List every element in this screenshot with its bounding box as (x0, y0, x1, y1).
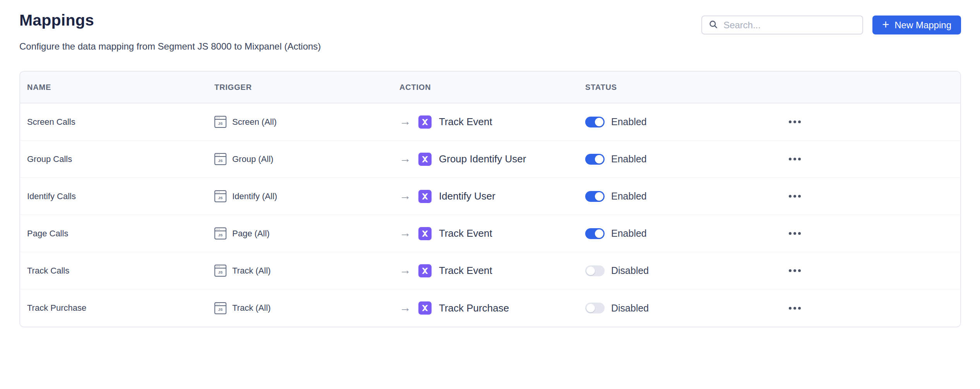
top-bar: Mappings Configure the data mapping from… (19, 11, 961, 52)
mixpanel-icon (418, 301, 432, 315)
status-toggle[interactable] (585, 191, 605, 202)
trigger-label: Screen (All) (232, 117, 277, 127)
column-header-status: Status (585, 83, 786, 92)
trigger-cell: JS Screen (All) (214, 116, 399, 128)
segment-js-source-icon: JS (214, 227, 226, 239)
table-row[interactable]: Group Calls JS Group (All) → Group Ident… (20, 141, 960, 178)
window-bar (215, 265, 226, 269)
mixpanel-icon (418, 264, 432, 277)
mapping-name: Track Purchase (27, 303, 214, 313)
status-label: Enabled (611, 153, 647, 165)
menu-cell (786, 193, 960, 200)
arrow-right-icon: → (399, 115, 411, 127)
page-subtitle: Configure the data mapping from Segment … (19, 40, 321, 52)
segment-js-source-icon: JS (214, 302, 226, 314)
status-toggle[interactable] (585, 117, 605, 127)
toolbar: + New Mapping (701, 11, 961, 34)
toggle-knob (586, 304, 595, 312)
arrow-right-icon: → (399, 227, 411, 239)
row-menu-button[interactable] (786, 118, 803, 126)
segment-js-source-icon: JS (214, 265, 226, 277)
mapping-name: Screen Calls (27, 117, 214, 127)
trigger-cell: JS Group (All) (214, 153, 399, 165)
action-label: Track Event (439, 227, 492, 239)
segment-js-source-icon: JS (214, 153, 226, 165)
action-cell: → Track Event (399, 264, 585, 277)
mappings-table: Name Trigger Action Status Screen Calls … (19, 71, 961, 327)
js-label: JS (215, 120, 226, 127)
action-label: Track Event (439, 265, 492, 277)
mapping-name: Page Calls (27, 229, 214, 239)
trigger-label: Track (All) (232, 303, 271, 313)
segment-js-source-icon: JS (214, 116, 226, 128)
row-menu-button[interactable] (786, 230, 803, 237)
toggle-knob (595, 229, 603, 238)
status-cell: Enabled (585, 191, 786, 202)
window-bar (215, 191, 226, 194)
js-label: JS (215, 306, 226, 313)
action-cell: → Track Event (399, 227, 585, 240)
column-header-trigger: Trigger (214, 83, 399, 92)
status-toggle[interactable] (585, 154, 605, 165)
toggle-knob (586, 267, 595, 275)
mixpanel-icon (418, 153, 432, 166)
action-label: Group Identify User (439, 153, 526, 165)
menu-cell (786, 305, 960, 312)
toggle-knob (595, 192, 603, 201)
menu-cell (786, 155, 960, 163)
status-toggle[interactable] (585, 265, 605, 276)
search-input[interactable] (723, 20, 856, 31)
new-mapping-label: New Mapping (894, 20, 951, 31)
trigger-label: Page (All) (232, 229, 270, 239)
plus-icon: + (882, 19, 889, 31)
mapping-name: Group Calls (27, 154, 214, 164)
row-menu-button[interactable] (786, 267, 803, 274)
trigger-label: Identify (All) (232, 191, 277, 201)
trigger-cell: JS Track (All) (214, 302, 399, 314)
table-row[interactable]: Track Purchase JS Track (All) → Track Pu… (20, 289, 960, 327)
status-toggle[interactable] (585, 228, 605, 239)
table-row[interactable]: Identify Calls JS Identify (All) → Ident… (20, 178, 960, 215)
status-label: Enabled (611, 191, 647, 202)
js-label: JS (215, 231, 226, 239)
trigger-cell: JS Track (All) (214, 265, 399, 277)
mappings-page: Mappings Configure the data mapping from… (0, 0, 980, 327)
status-toggle[interactable] (585, 303, 605, 313)
arrow-right-icon: → (399, 302, 411, 313)
toggle-knob (595, 118, 603, 126)
table-body: Screen Calls JS Screen (All) → Track Eve… (20, 103, 960, 327)
arrow-right-icon: → (399, 264, 411, 276)
mixpanel-icon (418, 190, 432, 203)
trigger-label: Track (All) (232, 266, 271, 276)
trigger-cell: JS Identify (All) (214, 190, 399, 202)
search-box[interactable] (701, 15, 863, 34)
table-row[interactable]: Track Calls JS Track (All) → Track Event… (20, 252, 960, 289)
status-cell: Enabled (585, 153, 786, 165)
status-cell: Disabled (585, 303, 786, 314)
status-label: Disabled (611, 265, 649, 276)
trigger-cell: JS Page (All) (214, 227, 399, 239)
row-menu-button[interactable] (786, 155, 803, 163)
new-mapping-button[interactable]: + New Mapping (872, 15, 961, 34)
row-menu-button[interactable] (786, 193, 803, 200)
mapping-name: Identify Calls (27, 191, 214, 201)
mapping-name: Track Calls (27, 266, 214, 276)
column-header-action: Action (399, 83, 585, 92)
page-title: Mappings (19, 11, 321, 30)
menu-cell (786, 267, 960, 274)
action-label: Track Event (439, 116, 492, 128)
window-bar (215, 228, 226, 231)
table-header: Name Trigger Action Status (20, 72, 960, 103)
arrow-right-icon: → (399, 190, 411, 201)
table-row[interactable]: Page Calls JS Page (All) → Track Event E… (20, 215, 960, 252)
row-menu-button[interactable] (786, 305, 803, 312)
status-cell: Enabled (585, 116, 786, 127)
column-header-name: Name (27, 83, 214, 92)
status-cell: Disabled (585, 265, 786, 276)
action-label: Identify User (439, 190, 495, 202)
action-cell: → Group Identify User (399, 153, 585, 166)
toggle-knob (595, 155, 603, 164)
window-bar (215, 117, 226, 120)
table-row[interactable]: Screen Calls JS Screen (All) → Track Eve… (20, 103, 960, 141)
js-label: JS (215, 269, 226, 276)
